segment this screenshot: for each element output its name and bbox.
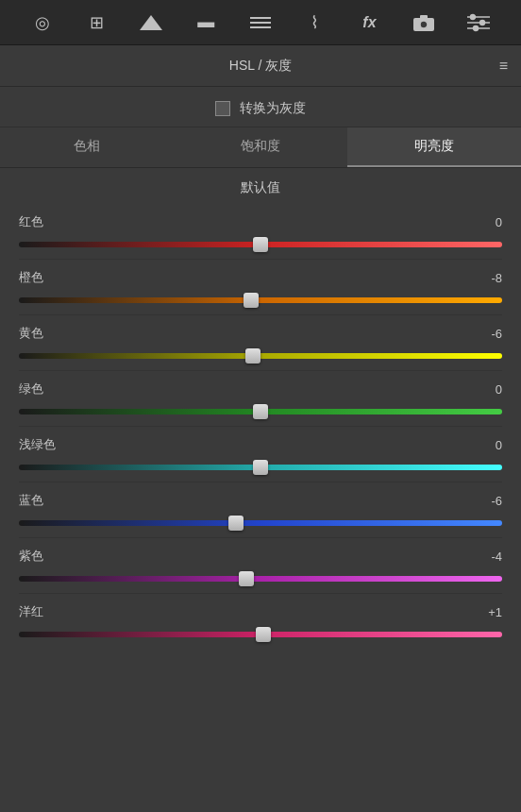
grid-icon[interactable]: ⊞ [82, 8, 112, 38]
slider-track-container-orange [19, 292, 502, 309]
slider-header-green: 绿色 0 [19, 381, 502, 398]
slider-header-orange: 橙色 -8 [19, 269, 502, 286]
panel-title: HSL / 灰度 [229, 58, 292, 75]
slider-thumb-orange[interactable] [244, 293, 259, 308]
toolbar: ◎ ⊞ ▬ ⌇ fx [0, 0, 521, 45]
svg-marker-0 [140, 15, 162, 30]
slider-track-aqua [19, 465, 502, 470]
slider-value-purple: -4 [474, 550, 502, 564]
slider-label-aqua: 浅绿色 [19, 436, 56, 453]
tab-hue[interactable]: 色相 [0, 127, 174, 167]
slider-thumb-green[interactable] [253, 404, 268, 419]
slider-track-orange [19, 297, 502, 303]
slider-label-magenta: 洋红 [19, 603, 43, 620]
slider-track-yellow [19, 353, 502, 359]
slider-thumb-purple[interactable] [239, 571, 254, 586]
slider-value-magenta: +1 [474, 605, 502, 619]
slider-thumb-yellow[interactable] [245, 348, 260, 364]
slider-label-yellow: 黄色 [19, 325, 43, 342]
slider-track-container-yellow [19, 347, 502, 364]
histogram-icon[interactable]: ◎ [27, 8, 58, 38]
grayscale-label: 转换为灰度 [240, 100, 306, 117]
curves-icon[interactable]: ⌇ [300, 8, 330, 38]
svg-rect-6 [420, 15, 428, 19]
slider-track-magenta [19, 632, 502, 637]
tabs: 色相 饱和度 明亮度 [0, 127, 521, 168]
svg-point-5 [420, 21, 428, 28]
svg-point-12 [474, 25, 479, 30]
slider-track-container-purple [19, 570, 502, 587]
slider-header-yellow: 黄色 -6 [19, 325, 502, 342]
sliders-adjust-icon[interactable] [463, 8, 494, 38]
slider-header-purple: 紫色 -4 [19, 548, 502, 565]
slider-value-yellow: -6 [474, 327, 502, 341]
default-label: 默认值 [241, 179, 280, 195]
slider-row-magenta: 洋红 +1 [19, 594, 502, 649]
slider-value-aqua: 0 [474, 438, 502, 452]
slider-thumb-red[interactable] [253, 237, 268, 252]
lines-icon[interactable] [245, 8, 276, 38]
camera-icon[interactable] [409, 8, 439, 38]
slider-header-magenta: 洋红 +1 [19, 603, 502, 620]
slider-row-aqua: 浅绿色 0 [19, 427, 502, 482]
slider-track-blue [19, 520, 502, 526]
slider-row-blue: 蓝色 -6 [19, 482, 502, 538]
sliders-container: 红色 0 橙色 -8 黄色 -6 绿色 [0, 204, 521, 649]
slider-label-orange: 橙色 [19, 269, 43, 286]
slider-row-orange: 橙色 -8 [19, 260, 502, 315]
fx-icon[interactable]: fx [354, 8, 384, 38]
slider-label-green: 绿色 [19, 381, 43, 398]
slider-value-orange: -8 [474, 271, 502, 285]
slider-track-container-blue [19, 515, 502, 532]
slider-row-yellow: 黄色 -6 [19, 315, 502, 371]
svg-point-10 [480, 20, 485, 25]
grayscale-checkbox[interactable] [215, 101, 230, 116]
tab-luminance[interactable]: 明亮度 [347, 127, 521, 167]
slider-thumb-aqua[interactable] [253, 460, 268, 475]
slider-header-aqua: 浅绿色 0 [19, 436, 502, 453]
slider-track-green [19, 409, 502, 414]
grayscale-row: 转换为灰度 [0, 87, 521, 127]
slider-track-container-red [19, 236, 502, 253]
slider-header-blue: 蓝色 -6 [19, 492, 502, 509]
slider-track-container-green [19, 403, 502, 420]
panel-menu-icon[interactable]: ≡ [499, 58, 508, 75]
mountain-icon[interactable] [136, 8, 166, 38]
slider-label-blue: 蓝色 [19, 492, 43, 509]
tab-saturation[interactable]: 饱和度 [174, 127, 347, 167]
slider-value-green: 0 [474, 382, 502, 397]
slider-track-container-magenta [19, 626, 502, 643]
slider-thumb-blue[interactable] [228, 516, 244, 531]
slider-track-purple [19, 576, 502, 582]
slider-value-blue: -6 [474, 494, 502, 508]
slider-header-red: 红色 0 [19, 213, 502, 230]
slider-track-red [19, 242, 502, 247]
slider-thumb-magenta[interactable] [256, 627, 271, 642]
slider-row-red: 红色 0 [19, 204, 502, 260]
default-row: 默认值 [0, 168, 521, 204]
panel-header: HSL / 灰度 ≡ [0, 45, 521, 87]
slider-track-container-aqua [19, 459, 502, 476]
slider-value-red: 0 [474, 215, 502, 229]
svg-point-8 [471, 14, 476, 19]
slider-row-green: 绿色 0 [19, 371, 502, 427]
panel-icon[interactable]: ▬ [191, 8, 221, 38]
slider-row-purple: 紫色 -4 [19, 538, 502, 594]
slider-label-red: 红色 [19, 213, 43, 230]
slider-label-purple: 紫色 [19, 548, 43, 565]
